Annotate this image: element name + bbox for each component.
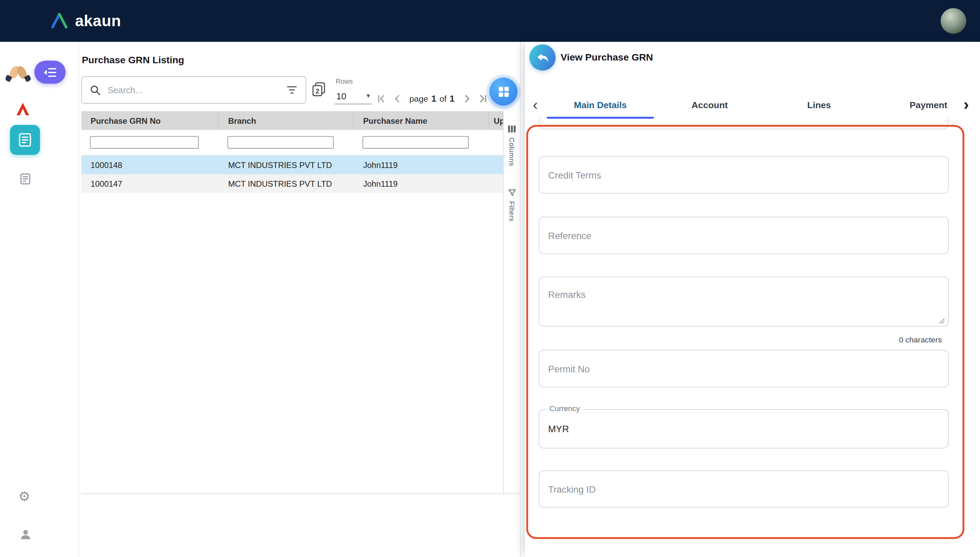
last-page-button[interactable] [476,91,490,106]
grid-view-button[interactable] [489,78,518,106]
gear-glyph: ⚙ [18,489,30,504]
filter-input-grn-no[interactable] [90,136,199,148]
first-page-icon [375,93,387,104]
akaun-triangle-icon [50,13,69,29]
settings-gear-icon[interactable]: ⚙ [17,489,32,504]
user-avatar[interactable] [941,8,966,34]
search-input[interactable] [106,84,280,96]
tracking-id-field[interactable]: Tracking ID [539,470,949,508]
grid-icon [497,85,510,98]
filters-label: Filters [508,201,516,222]
list-document-icon [17,132,33,148]
caret-down-icon: ▾ [366,92,370,100]
page-word: page [409,94,428,104]
filters-rail-button[interactable]: Filters [508,189,516,222]
chevron-left-icon [392,93,403,104]
page-indicator: page 1 of 1 [409,94,455,104]
detail-tabs: ‹ Main Details Account Lines Payment › [525,90,980,119]
columns-label: Columns [508,137,516,166]
detail-title: View Purchase GRN [561,52,653,63]
tab-account[interactable]: Account [655,90,764,119]
page-total: 1 [449,94,455,104]
cell-grn-no: 1000148 [81,160,219,170]
grn-table: Purchase GRN No Branch Purchaser Name Up… [81,111,520,494]
tab-main-details[interactable]: Main Details [546,90,655,119]
sidebar-app-hands-icon[interactable] [5,58,31,84]
cell-grn-no: 1000147 [81,179,219,188]
sidebar-toggle-button[interactable] [34,60,66,84]
brand-name: akaun [75,12,121,30]
credit-terms-label: Credit Terms [548,170,601,180]
table-header-row: Purchase GRN No Branch Purchaser Name Up [81,111,505,130]
chevron-right-icon [461,93,472,104]
reference-field[interactable]: Reference [539,217,949,254]
last-page-icon [477,93,488,104]
cell-purchaser: John1119 [354,160,489,170]
cell-purchaser: John1119 [354,179,489,188]
chevron-right-icon: › [964,95,969,114]
prev-page-button[interactable] [390,91,404,106]
funnel-icon [508,189,516,197]
chevron-left-icon: ‹ [533,96,538,113]
permit-no-label: Permit No [548,363,590,374]
filter-input-branch[interactable] [228,136,334,148]
tab-lines[interactable]: Lines [764,90,874,119]
rows-label: Rows [335,78,353,85]
remarks-label: Remarks [548,289,586,300]
header-branch[interactable]: Branch [219,111,354,130]
permit-no-field[interactable]: Permit No [539,350,949,387]
page-current: 1 [431,94,436,104]
remarks-char-counter: 0 characters [899,335,942,344]
sidebar-item-document[interactable] [17,171,32,186]
filter-input-purchaser[interactable] [363,136,469,148]
resize-handle-icon[interactable] [938,316,945,323]
filter-list-button[interactable] [286,86,297,94]
table-row[interactable]: 1000148 MCT INDUSTRIES PVT LTD John1119 [81,155,505,174]
field-partial-top[interactable] [539,119,949,129]
brand-logo[interactable]: akaun [50,0,121,42]
table-filter-row [81,130,505,155]
person-icon [19,528,32,541]
currency-field[interactable]: Currency MYR [539,409,949,448]
credit-terms-field[interactable]: Credit Terms [539,156,949,194]
of-word: of [439,94,446,104]
pages-2-icon: 2 [311,81,327,98]
currency-value: MYR [548,423,569,434]
grn-table-grid: Purchase GRN No Branch Purchaser Name Up… [81,111,505,493]
header-purchaser-name[interactable]: Purchaser Name [354,111,489,130]
remarks-textarea[interactable]: Remarks [539,277,949,327]
rows-per-page-select[interactable]: 10 ▾ [335,88,372,104]
first-page-button[interactable] [374,91,388,106]
svg-text:2: 2 [315,87,319,95]
table-row[interactable]: 1000147 MCT INDUSTRIES PVT LTD John1119 [81,174,505,193]
back-arrow-icon [535,50,550,65]
tabs-scroll-left-button[interactable]: ‹ [525,90,546,119]
back-button[interactable] [529,44,556,70]
tracking-id-label: Tracking ID [548,484,596,494]
rows-value: 10 [336,91,346,101]
pdf-icon [14,100,31,117]
next-page-button[interactable] [460,91,474,106]
duplicate-pages-button[interactable]: 2 [310,81,327,98]
menu-indent-icon [43,67,57,77]
document-icon [18,172,32,185]
tabs-scroll-right-button[interactable]: › [952,90,980,119]
topbar: akaun [0,0,980,42]
purchase-grn-listing-panel: Purchase GRN Listing 2 Rows 10 ▾ [79,42,521,557]
sidebar: ⚙ [0,42,79,557]
cell-branch: MCT INDUSTRIES PVT LTD [219,160,354,170]
reference-label: Reference [548,230,591,241]
columns-icon [507,125,516,133]
header-purchase-grn-no[interactable]: Purchase GRN No [81,111,219,130]
main-details-form: Credit Terms Reference Remarks 0 charact… [525,119,980,557]
listing-title: Purchase GRN Listing [82,54,185,66]
header-updated[interactable]: Up [488,111,505,130]
profile-person-icon[interactable] [18,527,33,542]
search-box[interactable] [81,76,306,104]
sidebar-item-listing-active[interactable] [10,125,40,155]
app-window: akaun [0,0,980,557]
currency-label: Currency [546,404,583,413]
filter-list-icon [286,86,297,94]
columns-rail-button[interactable]: Columns [507,125,516,166]
sidebar-item-pdf[interactable] [13,99,32,118]
